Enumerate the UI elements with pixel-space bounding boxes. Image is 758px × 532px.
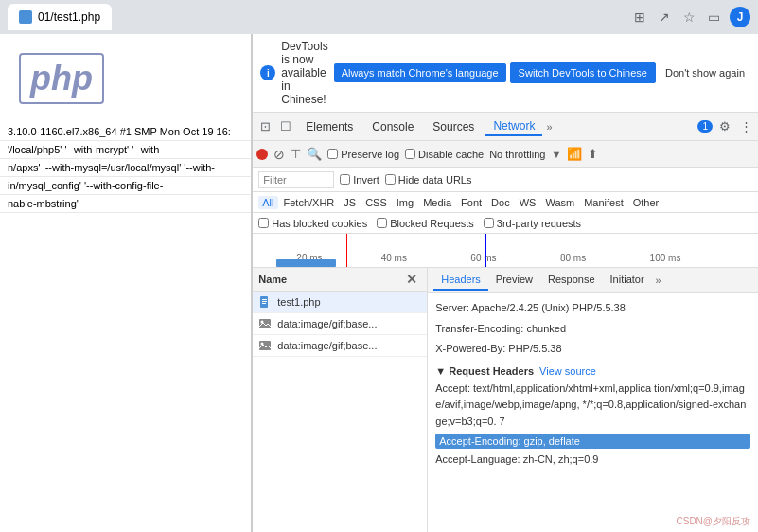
more-options-icon[interactable]: ⋮ bbox=[737, 118, 754, 135]
disable-cache-label[interactable]: Disable cache bbox=[405, 149, 484, 160]
tab-view-icon[interactable]: ▭ bbox=[705, 9, 722, 26]
tab-console[interactable]: Console bbox=[364, 118, 421, 135]
wifi-icon: 📶 bbox=[567, 147, 582, 161]
settings-icon[interactable]: ⚙ bbox=[716, 118, 733, 135]
response-header-xpowered: X-Powered-By: PHP/5.5.38 bbox=[435, 339, 750, 360]
request-item-test1[interactable]: test1.php bbox=[253, 292, 427, 313]
tab-elements[interactable]: Elements bbox=[298, 118, 361, 135]
close-details-button[interactable]: ✕ bbox=[402, 272, 421, 287]
request-name-gif2: data:image/gif;base... bbox=[277, 340, 377, 351]
timeline-label-40: 40 ms bbox=[381, 253, 407, 263]
filter-css[interactable]: CSS bbox=[361, 196, 391, 209]
request-filter-row: Has blocked cookies Blocked Requests 3rd… bbox=[253, 213, 758, 234]
upload-icon: ⬆ bbox=[588, 147, 598, 161]
filter-type-buttons: All Fetch/XHR JS CSS Img Media Font Doc … bbox=[258, 196, 662, 209]
filter-other[interactable]: Other bbox=[629, 196, 663, 209]
switch-chinese-button[interactable]: Switch DevTools to Chinese bbox=[510, 62, 656, 83]
timeline-ruler: 20 ms 40 ms 60 ms 80 ms 100 ms bbox=[256, 234, 754, 267]
filter-type-bar: All Fetch/XHR JS CSS Img Media Font Doc … bbox=[253, 192, 758, 213]
info-row-1: '/local/php5' '--with-mcrypt' '--with- bbox=[0, 141, 251, 159]
preserve-log-checkbox[interactable] bbox=[327, 149, 338, 159]
inspect-icon[interactable]: ☐ bbox=[277, 118, 294, 135]
filter-wasm[interactable]: Wasm bbox=[541, 196, 578, 209]
bookmark-icon[interactable]: ☆ bbox=[680, 9, 697, 26]
svg-rect-3 bbox=[262, 303, 266, 304]
share-icon[interactable]: ↗ bbox=[656, 9, 673, 26]
filter-doc[interactable]: Doc bbox=[487, 196, 514, 209]
filter-input[interactable] bbox=[258, 171, 334, 188]
search-icon[interactable]: 🔍 bbox=[307, 147, 322, 161]
filter-font[interactable]: Font bbox=[457, 196, 485, 209]
svg-rect-4 bbox=[259, 319, 271, 328]
browser-chrome: 01/test1.php ⊞ ↗ ☆ ▭ J bbox=[0, 0, 758, 34]
request-list: Name ✕ test1.php bbox=[253, 268, 428, 532]
details-content: Server: Apache/2.4.25 (Unix) PHP/5.5.38 … bbox=[428, 293, 758, 515]
notification-badge: 1 bbox=[697, 120, 713, 133]
info-icon: i bbox=[260, 65, 275, 80]
always-match-button[interactable]: Always match Chrome's language bbox=[334, 63, 506, 82]
throttling-select[interactable]: No throttling bbox=[489, 149, 545, 160]
view-source-link[interactable]: View source bbox=[539, 365, 596, 377]
devtools-notification: i DevTools is now available in Chinese! … bbox=[253, 34, 758, 113]
cast-icon[interactable]: ⊞ bbox=[631, 9, 648, 26]
tab-favicon bbox=[19, 10, 32, 24]
tab-network[interactable]: Network bbox=[485, 117, 542, 136]
request-item-gif2[interactable]: data:image/gif;base... bbox=[253, 335, 427, 357]
info-row-4: nable-mbstring' bbox=[0, 195, 251, 213]
tab-preview[interactable]: Preview bbox=[488, 270, 540, 291]
third-party-checkbox[interactable] bbox=[484, 218, 494, 228]
tab-sources[interactable]: Sources bbox=[425, 118, 482, 135]
filter-fetch-xhr[interactable]: Fetch/XHR bbox=[280, 196, 339, 209]
webpage-panel: php 3.10.0-1160.el7.x86_64 #1 SMP Mon Oc… bbox=[0, 34, 252, 532]
more-tabs-icon[interactable]: » bbox=[546, 121, 552, 133]
filter-js[interactable]: JS bbox=[340, 196, 360, 209]
disable-cache-checkbox[interactable] bbox=[405, 149, 415, 159]
browser-icons: ⊞ ↗ ☆ ▭ J bbox=[631, 7, 750, 27]
dont-show-button[interactable]: Don't show again bbox=[660, 63, 750, 82]
pointer-icon[interactable]: ⊡ bbox=[256, 118, 273, 135]
browser-tab[interactable]: 01/test1.php bbox=[8, 4, 112, 30]
invert-label[interactable]: Invert bbox=[340, 174, 379, 186]
blocked-requests-checkbox[interactable] bbox=[377, 218, 387, 228]
request-name-gif1: data:image/gif;base... bbox=[277, 318, 377, 329]
request-headers-title: ▼ Request Headers View source bbox=[435, 360, 750, 379]
third-party-label[interactable]: 3rd-party requests bbox=[484, 218, 581, 229]
has-blocked-cookies-checkbox[interactable] bbox=[258, 218, 269, 228]
accept-encoding-header: Accept-Encoding: gzip, deflate bbox=[435, 434, 750, 449]
user-avatar[interactable]: J bbox=[730, 7, 750, 27]
info-row-2: n/apxs' '--with-mysql=/usr/local/mysql' … bbox=[0, 159, 251, 177]
has-blocked-cookies-label[interactable]: Has blocked cookies bbox=[258, 218, 367, 229]
invert-checkbox[interactable] bbox=[340, 174, 350, 185]
filter-media[interactable]: Media bbox=[419, 196, 455, 209]
filter-img[interactable]: Img bbox=[393, 196, 417, 209]
details-more-tabs[interactable]: » bbox=[656, 275, 661, 286]
timeline-bar bbox=[276, 259, 336, 267]
devtools-tabs-toolbar: ⊡ ☐ Elements Console Sources Network » 1… bbox=[253, 113, 758, 141]
info-row-kernel: 3.10.0-1160.el7.x86_64 #1 SMP Mon Oct 19… bbox=[0, 123, 251, 141]
timeline-area: 20 ms 40 ms 60 ms 80 ms 100 ms bbox=[253, 234, 758, 268]
tab-response[interactable]: Response bbox=[540, 270, 603, 291]
details-panel: Headers Preview Response Initiator » Ser… bbox=[428, 268, 758, 532]
tab-headers[interactable]: Headers bbox=[433, 270, 488, 291]
preserve-log-label[interactable]: Preserve log bbox=[327, 149, 399, 160]
hide-data-urls-label[interactable]: Hide data URLs bbox=[385, 174, 472, 186]
devtools-panel: i DevTools is now available in Chinese! … bbox=[252, 34, 758, 532]
request-item-gif1[interactable]: data:image/gif;base... bbox=[253, 313, 427, 335]
filter-ws[interactable]: WS bbox=[516, 196, 540, 209]
timeline-marker-red bbox=[346, 234, 347, 267]
name-column-header: Name bbox=[258, 274, 287, 285]
tab-initiator[interactable]: Initiator bbox=[603, 270, 652, 291]
tab-title: 01/test1.php bbox=[38, 10, 100, 24]
filter-bar: Invert Hide data URLs bbox=[253, 168, 758, 192]
clear-button[interactable]: ⊘ bbox=[273, 147, 285, 162]
accept-language-header: Accept-Language: zh-CN, zh;q=0.9 bbox=[435, 450, 750, 470]
details-tabs: Headers Preview Response Initiator » bbox=[428, 268, 758, 293]
hide-data-urls-checkbox[interactable] bbox=[385, 174, 396, 185]
filter-manifest[interactable]: Manifest bbox=[580, 196, 627, 209]
img-icon-1 bbox=[258, 317, 272, 330]
record-button[interactable] bbox=[256, 149, 268, 160]
filter-icon[interactable]: ⊤ bbox=[291, 147, 301, 161]
filter-all[interactable]: All bbox=[258, 196, 277, 209]
blocked-requests-label[interactable]: Blocked Requests bbox=[377, 218, 474, 229]
timeline-label-60: 60 ms bbox=[470, 253, 496, 263]
